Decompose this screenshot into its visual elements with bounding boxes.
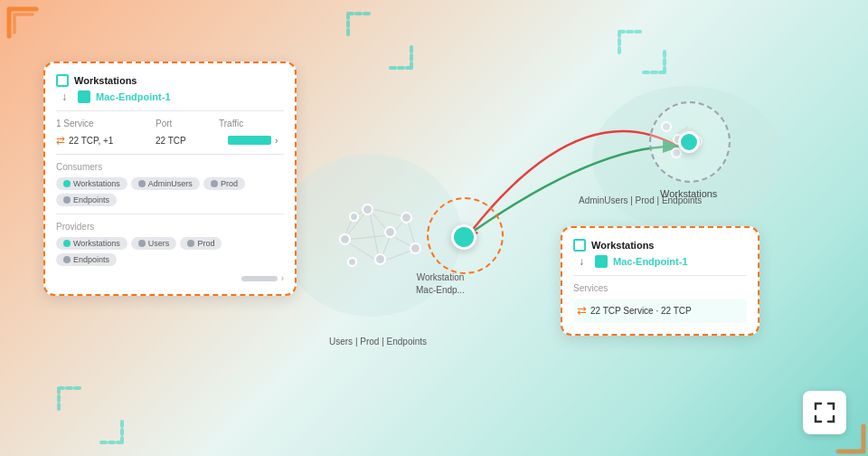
service-item-text: 22 TCP Service · 22 TCP [590,306,692,316]
corner-bracket-bl [54,384,127,447]
expand-button[interactable] [803,391,846,434]
port-cell: 22 TCP [156,136,228,146]
providers-tags: Workstations Users Prod Endpoints [56,237,284,266]
mac-endpoint-center-node [451,224,476,250]
workstations-color-box [56,74,69,87]
graph-node-1 [362,204,373,215]
service-cell: ⇄ 22 TCP, +1 [56,134,156,147]
tag-workstations-p[interactable]: Workstations [56,237,127,250]
tag-dot-w [63,180,71,187]
consumers-label: Consumers [56,162,284,172]
left-card: Workstations ↓ Mac-Endpoint-1 1 Service … [43,62,297,296]
arrow-down-icon: ↓ [58,90,71,103]
tag-prod-c[interactable]: Prod [203,177,245,190]
right-card-header-mac: ↓ Mac-Endpoint-1 [573,255,747,268]
table-row-1[interactable]: ⇄ 22 TCP, +1 22 TCP › [56,134,284,147]
traffic-bar [228,136,271,145]
services-label: Services [573,283,747,293]
tag-endpoints-p[interactable]: Endpoints [56,253,117,266]
corner-bracket-tc [344,9,416,72]
left-card-subtitle: Mac-Endpoint-1 [96,91,171,102]
tag-dot-e [63,196,71,204]
right-arrow-down-icon: ↓ [575,255,588,268]
tag-users-p-label: Users [148,239,170,248]
right-card-subtitle: Mac-Endpoint-1 [613,256,688,267]
left-card-header-mac: ↓ Mac-Endpoint-1 [56,90,284,103]
tag-workstations-c[interactable]: Workstations [56,177,127,190]
admin-center-node [678,131,700,153]
left-card-title: Workstations [74,75,137,86]
tag-endpoints-c[interactable]: Endpoints [56,194,117,206]
tag-workstations-label: Workstations [73,179,120,188]
divider-3 [56,214,284,214]
tag-adminusers-c[interactable]: AdminUsers [131,177,200,190]
graph-node-5 [401,212,412,223]
graph-node-2 [384,226,396,238]
graph-node-3 [339,233,351,245]
graph-node-4 [374,253,386,265]
tag-prod-label: Prod [221,179,238,188]
scroll-area: › [56,273,284,283]
divider-2 [56,154,284,155]
tag-workstations-p-label: Workstations [73,239,120,248]
right-divider [573,275,747,276]
service-row-small[interactable]: ⇄ 22 TCP Service · 22 TCP [573,299,747,323]
tag-users-p[interactable]: Users [131,237,177,250]
right-card-header-workstations: Workstations [573,239,747,252]
traffic-arrow: › [275,136,278,146]
scroll-thumb[interactable] [241,276,278,281]
workstation-mac-label: WorkstationMac-Endp... [416,271,465,297]
consumers-tags: Workstations AdminUsers Prod Endpoints [56,177,284,206]
right-mac-color-box [595,255,608,268]
tag-dot-p [211,180,218,187]
tag-dot-a [138,180,146,187]
providers-section: Providers Workstations Users Prod Endpoi… [56,222,284,266]
right-card: Workstations ↓ Mac-Endpoint-1 Services ⇄… [561,226,760,336]
tag-dot-wp [63,240,71,247]
scroll-arrow-icon[interactable]: › [281,273,284,283]
admin-cluster-label: AdminUsers | Prod | Endpoints [579,195,702,205]
tag-endpoints-p-label: Endpoints [73,255,109,264]
service-row-icon: ⇄ [577,304,587,318]
service-value: 22 TCP, +1 [69,136,113,146]
graph-node-8 [349,212,359,222]
tag-dot-ep [63,256,71,263]
right-card-title: Workstations [591,240,654,251]
tag-endpoints-label: Endpoints [73,195,109,204]
tag-dot-up [138,240,146,247]
service-icon: ⇄ [56,134,65,147]
col-traffic: Traffic [219,119,284,128]
consumers-section: Consumers Workstations AdminUsers Prod E… [56,162,284,206]
table-header: 1 Service Port Traffic [56,119,284,128]
users-cluster-label: Users | Prod | Endpoints [329,337,427,347]
expand-icon [812,400,837,425]
tag-dot-pp [187,240,194,247]
tag-prod-p[interactable]: Prod [180,237,222,250]
col-port: Port [156,119,219,128]
divider-1 [56,110,284,111]
tag-prod-p-label: Prod [197,239,214,248]
corner-bracket-tr [615,27,669,77]
corner-bracket-tl-2 [7,7,43,43]
col-service: 1 Service [56,119,156,128]
providers-label: Providers [56,222,284,232]
graph-node-6 [410,242,421,254]
right-workstations-color-box [573,239,586,252]
graph-node-7 [347,257,357,267]
tag-adminusers-label: AdminUsers [148,179,193,188]
left-card-header-workstations: Workstations [56,74,284,87]
traffic-cell: › [228,136,284,146]
mac-color-box [78,90,90,103]
